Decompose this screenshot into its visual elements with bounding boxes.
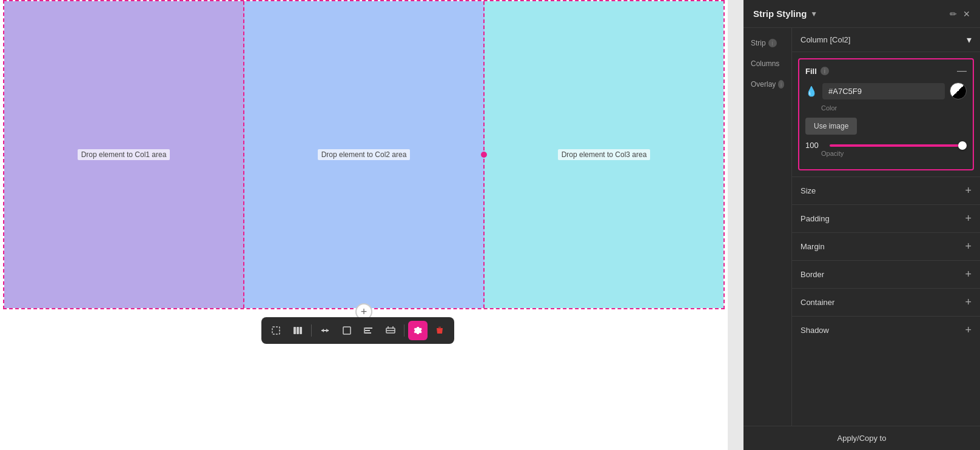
toolbar-divider-1 (311, 324, 312, 337)
col3[interactable]: Drop element to Col3 area (485, 1, 723, 308)
opacity-label: Opacity (821, 150, 967, 157)
size-label: Size (800, 186, 816, 195)
fill-section-header: Fill i — (805, 65, 967, 76)
size-expand-icon: + (965, 184, 972, 197)
shadow-section[interactable]: Shadow + (792, 316, 980, 344)
padding-section[interactable]: Padding + (792, 204, 980, 232)
size-section[interactable]: Size + (792, 176, 980, 204)
col1[interactable]: Drop element to Col1 area (4, 1, 244, 308)
margin-section[interactable]: Margin + (792, 232, 980, 260)
column-selector-label: Column [Col2] (800, 35, 850, 44)
svg-rect-3 (300, 327, 302, 334)
align-button[interactable] (359, 321, 378, 340)
strip-info-icon: i (768, 39, 777, 47)
opacity-value: 100 (805, 141, 824, 150)
border-expand-icon: + (965, 268, 972, 281)
svg-rect-16 (437, 328, 442, 329)
fill-collapse-button[interactable]: — (957, 65, 967, 76)
nav-item-overlay[interactable]: Overlay i (743, 74, 791, 95)
fill-info-icon: i (821, 67, 829, 75)
delete-button[interactable] (430, 321, 449, 340)
apply-bar: Apply/Copy to (743, 426, 980, 450)
svg-marker-6 (326, 329, 329, 332)
shadow-expand-icon: + (965, 324, 972, 337)
border-label: Border (800, 270, 824, 279)
svg-rect-9 (365, 330, 370, 331)
svg-rect-10 (365, 332, 371, 334)
padding-expand-icon: + (965, 212, 972, 225)
select-button[interactable] (266, 321, 286, 340)
strip-toolbar (261, 317, 454, 344)
link-button[interactable] (381, 321, 400, 340)
fill-section: Fill i — 💧 Color Use image 100 Opacity (798, 58, 974, 170)
apply-copy-button[interactable]: Apply/Copy to (837, 434, 887, 443)
panel-title-chevron[interactable]: ▼ (810, 10, 817, 18)
margin-expand-icon: + (965, 240, 972, 253)
svg-rect-0 (272, 327, 280, 334)
svg-rect-7 (343, 327, 351, 334)
panel-title-text: Strip Styling (753, 8, 807, 19)
panel-header-icons: ✏ ✕ (950, 9, 970, 19)
overlay-info-icon: i (778, 80, 784, 89)
container-expand-icon: + (965, 296, 972, 309)
use-image-button[interactable]: Use image (805, 118, 857, 135)
right-panel: Strip Styling ▼ ✏ ✕ Strip i Columns Over… (743, 0, 980, 450)
opacity-slider[interactable] (830, 144, 967, 147)
toolbar-divider-2 (404, 324, 404, 337)
frame-button[interactable] (337, 321, 357, 340)
panel-header: Strip Styling ▼ ✏ ✕ (743, 0, 980, 28)
container-label: Container (800, 298, 834, 307)
col3-label: Drop element to Col3 area (558, 149, 651, 160)
color-mode-toggle[interactable] (950, 82, 967, 99)
col2-label: Drop element to Col2 area (318, 149, 411, 160)
color-drop-icon: 💧 (805, 86, 817, 97)
panel-right-content: Column [Col2] ▾ Fill i — 💧 Color (792, 28, 980, 426)
svg-rect-1 (294, 327, 296, 334)
panel-title: Strip Styling ▼ (753, 8, 817, 19)
nav-item-strip[interactable]: Strip i (743, 33, 791, 53)
fill-title: Fill i (805, 67, 829, 76)
border-section[interactable]: Border + (792, 260, 980, 288)
move-button[interactable] (315, 321, 335, 340)
color-label: Color (821, 104, 967, 112)
columns-button[interactable] (288, 321, 307, 340)
panel-edit-button[interactable]: ✏ (950, 9, 957, 19)
col2-resize-handle[interactable] (481, 152, 487, 158)
strip-container: Drop element to Col1 area Drop element t… (3, 0, 725, 309)
svg-marker-5 (321, 329, 324, 332)
color-row: 💧 (805, 82, 967, 99)
nav-item-columns[interactable]: Columns (743, 53, 791, 74)
col2[interactable]: Drop element to Col2 area (244, 1, 485, 308)
settings-button[interactable] (408, 321, 428, 340)
shadow-label: Shadow (800, 326, 829, 335)
padding-label: Padding (800, 214, 830, 223)
svg-rect-8 (365, 327, 372, 329)
margin-label: Margin (800, 242, 825, 251)
canvas-area: Drop element to Col1 area Drop element t… (0, 0, 728, 450)
column-selector[interactable]: Column [Col2] ▾ (792, 28, 980, 52)
opacity-row: 100 (805, 141, 967, 150)
column-selector-chevron: ▾ (967, 34, 972, 45)
panel-left-nav: Strip i Columns Overlay i (743, 28, 792, 426)
svg-rect-2 (297, 327, 299, 334)
color-hex-input[interactable] (822, 83, 945, 99)
col1-label: Drop element to Col1 area (78, 149, 170, 160)
panel-close-button[interactable]: ✕ (963, 9, 970, 19)
panel-body: Strip i Columns Overlay i Column [Col2] … (743, 28, 980, 426)
container-section[interactable]: Container + (792, 288, 980, 316)
